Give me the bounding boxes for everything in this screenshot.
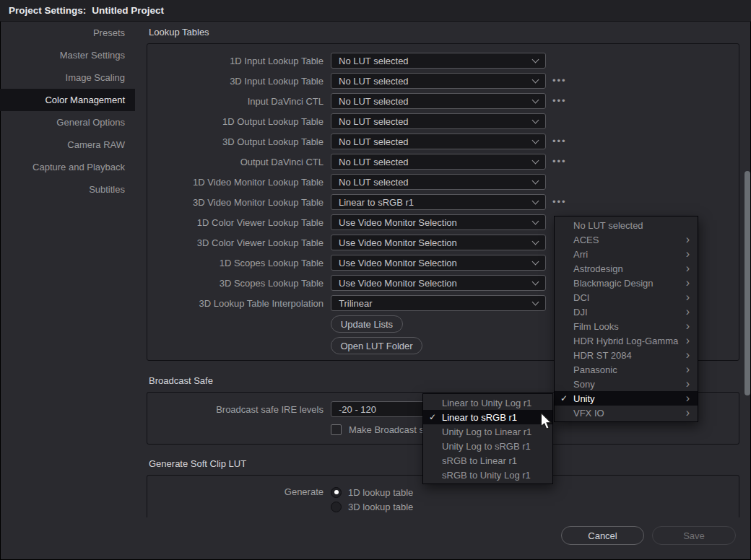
submenu-arrow-icon: › bbox=[686, 351, 690, 359]
sidebar-item-color-management[interactable]: Color Management bbox=[0, 89, 135, 111]
submenu-item-unity-log-to-linear-r1[interactable]: ✓ Unity Log to Linear r1 bbox=[423, 424, 552, 439]
menu-item-vfx-io[interactable]: ✓ VFX IO › bbox=[555, 406, 698, 420]
menu-item-film-looks[interactable]: ✓ Film Looks › bbox=[555, 319, 698, 333]
submenu-arrow-icon: › bbox=[686, 294, 690, 301]
menu-item-dci[interactable]: ✓ DCI › bbox=[555, 290, 698, 305]
make-broadcast-safe-checkbox[interactable] bbox=[331, 424, 342, 435]
submenu-arrow-icon: › bbox=[686, 409, 690, 416]
chevron-down-icon bbox=[532, 157, 539, 164]
submenu-arrow-icon: › bbox=[686, 380, 690, 388]
more-options-icon[interactable]: ••• bbox=[552, 158, 567, 165]
menu-item-panasonic[interactable]: ✓ Panasonic › bbox=[555, 362, 698, 377]
dropdown-3d-color-viewer-lut[interactable]: Use Video Monitor Selection bbox=[331, 235, 546, 250]
mouse-cursor-icon bbox=[539, 413, 552, 430]
check-icon: ✓ bbox=[555, 393, 573, 403]
dropdown-1d-video-monitor-lut[interactable]: No LUT selected bbox=[331, 174, 546, 190]
chevron-down-icon bbox=[532, 96, 539, 103]
dropdown-value: No LUT selected bbox=[339, 157, 533, 167]
dropdown-input-davinci-ctl[interactable]: No LUT selected bbox=[331, 93, 546, 109]
submenu-item-srgb-to-linear-r1[interactable]: ✓ sRGB to Linear r1 bbox=[423, 453, 552, 468]
dropdown-1d-output-lut[interactable]: No LUT selected bbox=[331, 113, 546, 129]
menu-item-astrodesign[interactable]: ✓ Astrodesign › bbox=[555, 261, 698, 276]
setting-row: Input DaVinci CTL No LUT selected ••• bbox=[147, 91, 739, 111]
submenu-arrow-icon: › bbox=[686, 250, 690, 258]
dropdown-1d-input-lut[interactable]: No LUT selected bbox=[331, 53, 546, 69]
radio-3d-lookup-table[interactable] bbox=[331, 502, 342, 512]
vertical-scrollbar-thumb[interactable] bbox=[745, 171, 750, 395]
chevron-down-icon bbox=[532, 177, 539, 184]
save-button[interactable]: Save bbox=[652, 526, 736, 545]
section-heading-generate-soft-clip-lut: Generate Soft Clip LUT bbox=[149, 458, 246, 469]
cancel-button[interactable]: Cancel bbox=[561, 526, 644, 545]
menu-item-hdr-hybrid-log-gamma[interactable]: ✓ HDR Hybrid Log-Gamma › bbox=[555, 333, 698, 348]
submenu-item-linear-to-srgb-r1[interactable]: ✓ Linear to sRGB r1 bbox=[423, 410, 552, 424]
submenu-arrow-icon: › bbox=[686, 323, 690, 330]
open-lut-folder-button[interactable]: Open LUT Folder bbox=[331, 337, 422, 354]
dropdown-output-davinci-ctl[interactable]: No LUT selected bbox=[331, 154, 546, 170]
dropdown-value: Linear to sRGB r1 bbox=[339, 197, 533, 208]
lut-selection-menu: ✓ No LUT selected › ✓ ACES › ✓ Arri › ✓ … bbox=[554, 216, 698, 422]
radio-1d-lookup-table[interactable] bbox=[331, 487, 342, 498]
chevron-down-icon bbox=[532, 237, 539, 245]
setting-row: Generate 1D lookup table 3D lookup table bbox=[147, 485, 739, 514]
menu-item-blackmagic-design[interactable]: ✓ Blackmagic Design › bbox=[555, 276, 698, 290]
chevron-down-icon bbox=[532, 258, 539, 265]
setting-row: 1D Video Monitor Lookup Table No LUT sel… bbox=[147, 172, 739, 192]
submenu-item-unity-log-to-srgb-r1[interactable]: ✓ Unity Log to sRGB r1 bbox=[423, 439, 552, 453]
dropdown-3d-video-monitor-lut[interactable]: Linear to sRGB r1 bbox=[331, 194, 546, 210]
sidebar-item-image-scaling[interactable]: Image Scaling bbox=[0, 66, 135, 89]
dropdown-value: No LUT selected bbox=[339, 56, 533, 66]
dropdown-value: Use Video Monitor Selection bbox=[339, 237, 533, 248]
dropdown-3d-scopes-lut[interactable]: Use Video Monitor Selection bbox=[331, 275, 546, 291]
radio-option: 3D lookup table bbox=[331, 499, 413, 514]
sidebar-item-presets[interactable]: Presets bbox=[0, 22, 135, 44]
chevron-down-icon bbox=[532, 197, 539, 204]
submenu-arrow-icon: › bbox=[686, 395, 690, 402]
more-options-icon[interactable]: ••• bbox=[552, 198, 567, 206]
chevron-down-icon bbox=[532, 278, 539, 285]
submenu-arrow-icon: › bbox=[686, 279, 690, 286]
submenu-item-srgb-to-unity-log-r1[interactable]: ✓ sRGB to Unity Log r1 bbox=[423, 468, 552, 482]
menu-item-aces[interactable]: ✓ ACES › bbox=[555, 232, 698, 247]
sidebar-item-general-options[interactable]: General Options bbox=[0, 111, 135, 134]
setting-row: 3D Output Lookup Table No LUT selected •… bbox=[147, 131, 739, 152]
sidebar-item-subtitles[interactable]: Subtitles bbox=[0, 178, 135, 201]
setting-label: Broadcast safe IRE levels bbox=[147, 404, 324, 415]
more-options-icon[interactable]: ••• bbox=[552, 138, 567, 145]
dropdown-1d-scopes-lut[interactable]: Use Video Monitor Selection bbox=[331, 255, 546, 271]
setting-row: Output DaVinci CTL No LUT selected ••• bbox=[147, 152, 739, 172]
dropdown-value: No LUT selected bbox=[339, 76, 533, 87]
update-lists-button[interactable]: Update Lists bbox=[331, 315, 403, 333]
section-heading-lookup-tables: Lookup Tables bbox=[149, 27, 209, 38]
menu-item-sony[interactable]: ✓ Sony › bbox=[555, 377, 698, 391]
chevron-down-icon bbox=[532, 76, 539, 83]
dropdown-value: No LUT selected bbox=[339, 96, 533, 107]
menu-item-dji[interactable]: ✓ DJI › bbox=[555, 305, 698, 319]
setting-row: 3D Video Monitor Lookup Table Linear to … bbox=[147, 192, 739, 212]
dropdown-3d-lut-interpolation[interactable]: Trilinear bbox=[331, 295, 546, 311]
menu-item-unity[interactable]: ✓ Unity › bbox=[555, 391, 698, 406]
more-options-icon[interactable]: ••• bbox=[552, 77, 567, 84]
submenu-item-linear-to-unity-log-r1[interactable]: ✓ Linear to Unity Log r1 bbox=[423, 395, 552, 410]
dropdown-value: Use Video Monitor Selection bbox=[339, 217, 533, 228]
radio-option: 1D lookup table bbox=[331, 485, 413, 499]
sidebar-item-camera-raw[interactable]: Camera RAW bbox=[0, 134, 135, 156]
sidebar-item-capture-and-playback[interactable]: Capture and Playback bbox=[0, 156, 135, 178]
setting-label: 3D Output Lookup Table bbox=[147, 136, 324, 147]
menu-item-arri[interactable]: ✓ Arri › bbox=[555, 247, 698, 261]
dropdown-value: No LUT selected bbox=[339, 177, 533, 188]
menu-item-no-lut-selected[interactable]: ✓ No LUT selected › bbox=[555, 218, 698, 232]
dropdown-3d-output-lut[interactable]: No LUT selected bbox=[331, 134, 546, 149]
section-heading-broadcast-safe: Broadcast Safe bbox=[149, 375, 213, 386]
setting-label: Input DaVinci CTL bbox=[147, 96, 324, 107]
window-title-prefix: Project Settings: bbox=[9, 5, 86, 16]
menu-item-hdr-st-2084[interactable]: ✓ HDR ST 2084 › bbox=[555, 348, 698, 362]
sidebar-item-master-settings[interactable]: Master Settings bbox=[0, 44, 135, 66]
dropdown-3d-input-lut[interactable]: No LUT selected bbox=[331, 73, 546, 89]
setting-label: 3D Input Lookup Table bbox=[147, 76, 324, 87]
setting-label: Generate bbox=[147, 485, 324, 514]
dropdown-1d-color-viewer-lut[interactable]: Use Video Monitor Selection bbox=[331, 214, 546, 230]
submenu-arrow-icon: › bbox=[686, 308, 690, 315]
submenu-arrow-icon: › bbox=[686, 366, 690, 373]
more-options-icon[interactable]: ••• bbox=[552, 97, 567, 105]
